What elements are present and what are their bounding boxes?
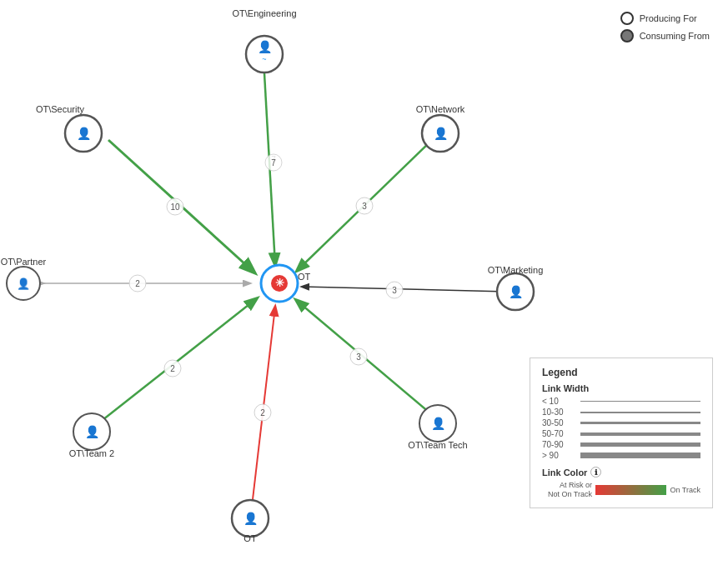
node-ot-bottom-label: OT <box>244 533 257 543</box>
node-network-label: OT\Network <box>416 104 465 114</box>
lw-row-lt10: < 10 <box>542 397 700 406</box>
edge-label-partner: 2 <box>135 279 140 288</box>
center-node-label: OT <box>298 272 311 282</box>
node-team2-icon: 👤 <box>85 425 100 439</box>
lw-row-gt90: > 90 <box>542 451 700 460</box>
node-network-icon: 👤 <box>434 127 449 141</box>
edge-label-marketing: 3 <box>392 286 397 295</box>
lw-row-70-90: 70-90 <box>542 440 700 449</box>
edge-marketing <box>302 287 507 292</box>
lw-row-30-50: 30-50 <box>542 418 700 428</box>
lw-label-lt10: < 10 <box>542 397 577 406</box>
legend-producing-label: Producing For <box>640 13 697 23</box>
link-color-info-icon[interactable]: ℹ <box>590 467 601 478</box>
link-color-title: Link Color ℹ <box>542 467 700 478</box>
legend-consuming-label: Consuming From <box>640 31 710 41</box>
lw-line-gt90 <box>580 452 700 458</box>
legend-producing-icon <box>620 12 634 25</box>
legend-consuming-item: Consuming From <box>620 29 710 42</box>
center-star: ✳ <box>275 277 284 289</box>
edge-label-security: 10 <box>170 202 180 212</box>
legend-producing-item: Producing For <box>620 12 710 25</box>
node-security-label: OT\Security <box>36 104 85 114</box>
node-security-icon: 👤 <box>77 127 92 141</box>
node-teamtech-label: OT\Team Tech <box>408 440 467 450</box>
node-teamtech-icon: 👤 <box>431 417 446 431</box>
lw-label-gt90: > 90 <box>542 451 577 460</box>
node-engineering-label: OT\Engineering <box>232 8 296 18</box>
lw-row-50-70: 50-70 <box>542 429 700 438</box>
node-marketing-label: OT\Marketing <box>488 265 544 275</box>
lw-line-30-50 <box>580 422 700 424</box>
on-track-label: On Track <box>670 486 700 494</box>
edge-label-ot-bottom: 2 <box>260 408 265 418</box>
link-width-title: Link Width <box>542 383 700 393</box>
lw-line-70-90 <box>580 442 700 447</box>
lw-label-50-70: 50-70 <box>542 429 577 438</box>
node-partner-label: OT\Partner <box>1 257 47 267</box>
edge-label-teamtech: 3 <box>356 352 361 362</box>
lw-row-10-30: 10-30 <box>542 408 700 417</box>
node-team2-label: OT\Team 2 <box>69 448 114 458</box>
edge-label-team2: 2 <box>170 364 175 373</box>
legend-consuming-icon <box>620 29 634 42</box>
color-bar <box>595 485 666 495</box>
lw-line-lt10 <box>580 401 700 402</box>
at-risk-label: At Risk orNot On Track <box>542 481 592 499</box>
legend-box: Legend Link Width < 10 10-30 30-50 50-70… <box>530 358 713 508</box>
edge-label-network: 3 <box>362 202 367 211</box>
lw-line-50-70 <box>580 432 700 436</box>
node-engineering-icon: 👤 <box>258 40 273 54</box>
edge-team2 <box>103 298 257 420</box>
lw-label-30-50: 30-50 <box>542 418 577 428</box>
node-ot-bottom-icon: 👤 <box>244 512 259 526</box>
top-legend: Producing For Consuming From <box>620 12 710 47</box>
color-bar-row: At Risk orNot On Track On Track <box>542 481 700 499</box>
legend-box-title: Legend <box>542 367 700 378</box>
node-partner-icon: 👤 <box>17 277 31 291</box>
node-marketing-icon: 👤 <box>509 285 524 299</box>
lw-line-10-30 <box>580 412 700 413</box>
lw-label-10-30: 10-30 <box>542 408 577 417</box>
node-engineering-sub: ~ <box>262 55 266 63</box>
lw-label-70-90: 70-90 <box>542 440 577 449</box>
edge-label-eng-text: 7 <box>271 158 276 168</box>
